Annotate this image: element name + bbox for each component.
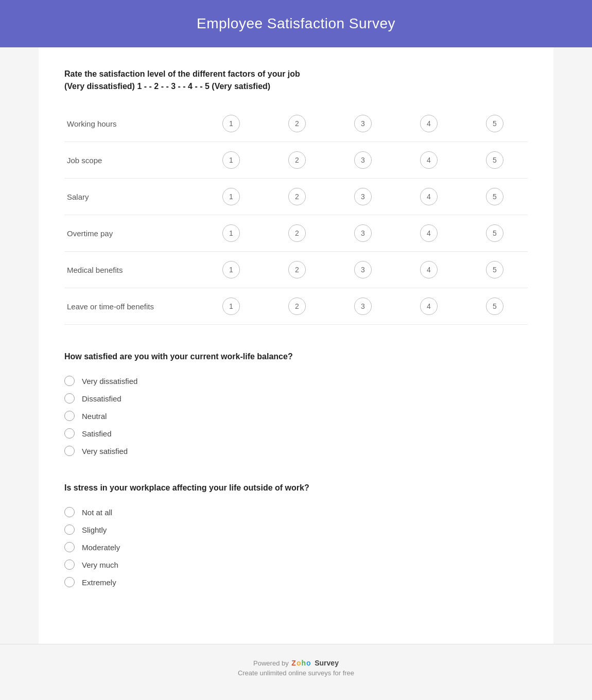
- rating-circle[interactable]: 4: [420, 188, 438, 205]
- rating-circle[interactable]: 2: [288, 151, 306, 169]
- rating-cell[interactable]: 4: [396, 179, 462, 215]
- rating-cell[interactable]: 5: [462, 252, 528, 288]
- rating-circle[interactable]: 2: [288, 115, 306, 132]
- section-worklife: How satisfied are you with your current …: [64, 351, 528, 456]
- rating-cell[interactable]: 4: [396, 288, 462, 325]
- option-label: Moderately: [82, 543, 120, 552]
- rating-circle[interactable]: 3: [354, 297, 372, 315]
- rating-table: Working hours12345Job scope12345Salary12…: [64, 106, 528, 325]
- list-item[interactable]: Neutral: [64, 411, 528, 421]
- option-label: Dissatisfied: [82, 394, 121, 403]
- powered-by-text: Powered by: [253, 659, 289, 667]
- rating-cell[interactable]: 2: [264, 252, 330, 288]
- survey-word: Survey: [315, 659, 339, 667]
- rating-circle[interactable]: 3: [354, 261, 372, 278]
- radio-button[interactable]: [64, 376, 75, 386]
- rating-circle[interactable]: 4: [420, 261, 438, 278]
- rating-circle[interactable]: 4: [420, 115, 438, 132]
- rating-cell[interactable]: 2: [264, 179, 330, 215]
- rating-circle[interactable]: 3: [354, 224, 372, 242]
- rating-cell[interactable]: 3: [330, 142, 396, 179]
- list-item[interactable]: Moderately: [64, 542, 528, 552]
- section-rating: Rate the satisfaction level of the diffe…: [64, 68, 528, 325]
- row-label: Job scope: [64, 142, 198, 179]
- option-label: Very much: [82, 561, 118, 569]
- radio-button[interactable]: [64, 393, 75, 404]
- rating-cell[interactable]: 3: [330, 215, 396, 252]
- list-item[interactable]: Dissatisfied: [64, 393, 528, 404]
- rating-cell[interactable]: 3: [330, 179, 396, 215]
- rating-circle[interactable]: 4: [420, 224, 438, 242]
- rating-circle[interactable]: 1: [222, 297, 240, 315]
- list-item[interactable]: Very dissatisfied: [64, 376, 528, 386]
- rating-circle[interactable]: 1: [222, 188, 240, 205]
- list-item[interactable]: Very satisfied: [64, 446, 528, 456]
- table-row: Leave or time-off benefits12345: [64, 288, 528, 325]
- radio-button[interactable]: [64, 559, 75, 570]
- option-label: Very dissatisfied: [82, 377, 137, 386]
- list-item[interactable]: Very much: [64, 559, 528, 570]
- radio-button[interactable]: [64, 428, 75, 439]
- rating-cell[interactable]: 1: [198, 252, 264, 288]
- rating-circle[interactable]: 3: [354, 151, 372, 169]
- rating-circle[interactable]: 5: [486, 151, 503, 169]
- rating-cell[interactable]: 5: [462, 215, 528, 252]
- rating-cell[interactable]: 3: [330, 252, 396, 288]
- list-item[interactable]: Satisfied: [64, 428, 528, 439]
- zoho-o2: o: [306, 659, 311, 667]
- list-item[interactable]: Slightly: [64, 524, 528, 535]
- rating-circle[interactable]: 1: [222, 224, 240, 242]
- page-header: Employee Satisfaction Survey: [0, 0, 592, 47]
- rating-cell[interactable]: 4: [396, 106, 462, 142]
- radio-button[interactable]: [64, 577, 75, 587]
- rating-cell[interactable]: 1: [198, 288, 264, 325]
- rating-circle[interactable]: 5: [486, 261, 503, 278]
- rating-cell[interactable]: 4: [396, 252, 462, 288]
- rating-circle[interactable]: 5: [486, 224, 503, 242]
- rating-cell[interactable]: 5: [462, 106, 528, 142]
- radio-button[interactable]: [64, 446, 75, 456]
- rating-cell[interactable]: 3: [330, 288, 396, 325]
- row-label: Working hours: [64, 106, 198, 142]
- rating-circle[interactable]: 2: [288, 261, 306, 278]
- rating-circle[interactable]: 5: [486, 115, 503, 132]
- rating-circle[interactable]: 5: [486, 188, 503, 205]
- rating-circle[interactable]: 4: [420, 297, 438, 315]
- rating-circle[interactable]: 2: [288, 224, 306, 242]
- rating-circle[interactable]: 2: [288, 297, 306, 315]
- rating-cell[interactable]: 1: [198, 179, 264, 215]
- option-label: Very satisfied: [82, 447, 128, 456]
- rating-circle[interactable]: 1: [222, 115, 240, 132]
- rating-cell[interactable]: 1: [198, 142, 264, 179]
- rating-cell[interactable]: 5: [462, 179, 528, 215]
- radio-button[interactable]: [64, 411, 75, 421]
- rating-cell[interactable]: 2: [264, 215, 330, 252]
- rating-cell[interactable]: 4: [396, 142, 462, 179]
- rating-circle[interactable]: 3: [354, 115, 372, 132]
- zoho-o1: o: [297, 659, 301, 667]
- rating-circle[interactable]: 4: [420, 151, 438, 169]
- rating-cell[interactable]: 2: [264, 288, 330, 325]
- rating-circle[interactable]: 1: [222, 151, 240, 169]
- rating-cell[interactable]: 1: [198, 215, 264, 252]
- rating-cell[interactable]: 5: [462, 142, 528, 179]
- rating-circle[interactable]: 1: [222, 261, 240, 278]
- rating-circle[interactable]: 3: [354, 188, 372, 205]
- table-row: Salary12345: [64, 179, 528, 215]
- list-item[interactable]: Extremely: [64, 577, 528, 587]
- rating-cell[interactable]: 2: [264, 106, 330, 142]
- rating-circle[interactable]: 2: [288, 188, 306, 205]
- rating-cell[interactable]: 5: [462, 288, 528, 325]
- rating-cell[interactable]: 3: [330, 106, 396, 142]
- rating-cell[interactable]: 4: [396, 215, 462, 252]
- radio-button[interactable]: [64, 507, 75, 517]
- rating-cell[interactable]: 2: [264, 142, 330, 179]
- rating-cell[interactable]: 1: [198, 106, 264, 142]
- radio-button[interactable]: [64, 524, 75, 535]
- page-footer: Powered by Zoho Survey Create unlimited …: [0, 644, 592, 691]
- zoho-z: Z: [291, 659, 296, 667]
- radio-button[interactable]: [64, 542, 75, 552]
- section-stress: Is stress in your workplace affecting yo…: [64, 482, 528, 587]
- rating-circle[interactable]: 5: [486, 297, 503, 315]
- list-item[interactable]: Not at all: [64, 507, 528, 517]
